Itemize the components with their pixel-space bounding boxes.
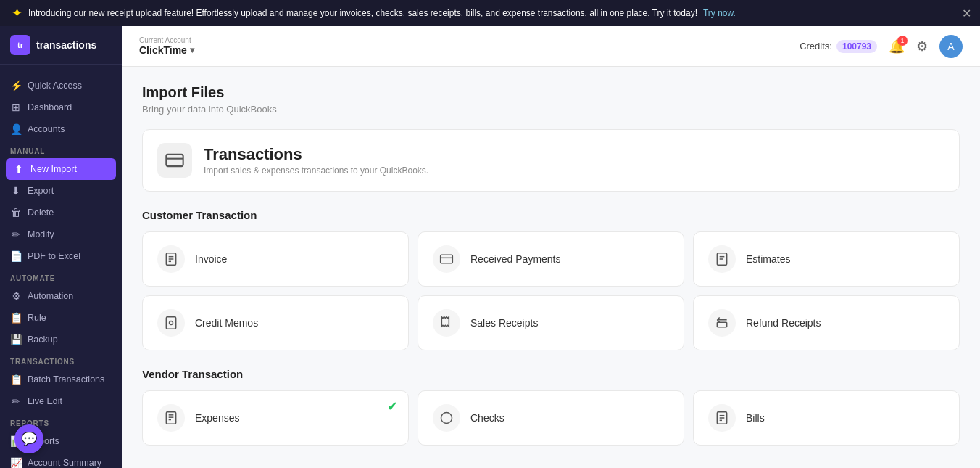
checks-label: Checks: [470, 412, 504, 424]
estimates-card[interactable]: Estimates: [693, 231, 960, 287]
sidebar-item-pdf-to-excel[interactable]: 📄 PDF to Excel: [0, 245, 122, 267]
vendor-transaction-grid: Expenses ✔ Checks: [142, 390, 960, 446]
header-right: Credits: 100793 🔔 1 ⚙ A: [800, 35, 963, 58]
expenses-card[interactable]: Expenses ✔: [142, 390, 409, 446]
sales-receipts-icon: [433, 309, 460, 337]
export-icon: ⬇: [10, 185, 22, 197]
automate-section-label: AUTOMATE: [0, 267, 122, 285]
account-name-button[interactable]: ClickTime ▾: [139, 44, 194, 56]
sidebar-item-label: Export: [28, 186, 54, 196]
sidebar-item-export[interactable]: ⬇ Export: [0, 180, 122, 202]
sidebar-item-batch-transactions[interactable]: 📋 Batch Transactions: [0, 369, 122, 390]
customer-transaction-grid: Invoice Received Payments: [142, 231, 960, 350]
accounts-icon: 👤: [10, 123, 22, 135]
automation-icon: ⚙: [10, 290, 22, 302]
expenses-icon: [157, 404, 185, 432]
manual-section-label: MANUAL: [0, 140, 122, 158]
checks-icon: [433, 404, 460, 432]
credits-label: Credits:: [800, 41, 832, 52]
sidebar-item-label: Modify: [28, 229, 54, 239]
invoice-icon: [157, 245, 185, 273]
sidebar-item-label: Dashboard: [28, 102, 72, 112]
credit-memos-label: Credit Memos: [195, 317, 258, 329]
notifications-button[interactable]: 🔔 1: [889, 38, 905, 54]
sidebar-item-live-edit[interactable]: ✏ Live Edit: [0, 390, 122, 412]
sales-receipts-label: Sales Receipts: [470, 317, 538, 329]
transactions-card-title: Transactions: [204, 145, 428, 164]
sidebar-item-label: Backup: [28, 334, 58, 345]
pdf-icon: 📄: [10, 250, 22, 262]
credit-memos-card[interactable]: Credit Memos: [142, 295, 409, 350]
received-payments-icon: [433, 245, 460, 273]
live-edit-icon: ✏: [10, 395, 22, 407]
reports-section-label: REPORTS: [0, 412, 122, 430]
received-payments-card[interactable]: Received Payments: [418, 231, 684, 287]
svg-rect-11: [166, 317, 175, 329]
quick-access-icon: ⚡: [10, 80, 22, 91]
sidebar-item-modify[interactable]: ✏ Modify: [0, 223, 122, 245]
estimates-label: Estimates: [746, 253, 790, 265]
sidebar: tr transactions ⚡ Quick Access ⊞ Dashboa…: [0, 26, 122, 468]
checks-card[interactable]: Checks: [418, 390, 684, 446]
chevron-down-icon: ▾: [190, 45, 194, 55]
sidebar-item-label: Live Edit: [28, 396, 62, 406]
invoice-card[interactable]: Invoice: [142, 231, 409, 287]
sidebar-item-delete[interactable]: 🗑 Delete: [0, 202, 122, 223]
sidebar-item-label: Accounts: [28, 124, 65, 134]
credit-memos-icon: [157, 309, 185, 337]
batch-icon: 📋: [10, 374, 22, 385]
main-content: Import Files Bring your data into QuickB…: [122, 67, 980, 468]
customer-section-title: Customer Transaction: [142, 209, 960, 221]
sidebar-item-automation[interactable]: ⚙ Automation: [0, 285, 122, 307]
bills-icon: [708, 404, 736, 432]
transactions-card-icon: [157, 143, 192, 178]
logo-icon: tr: [10, 35, 30, 55]
account-selector[interactable]: Current Account ClickTime ▾: [139, 36, 194, 56]
sidebar-item-quick-access[interactable]: ⚡ Quick Access: [0, 75, 122, 97]
sidebar-item-account-summary[interactable]: 📈 Account Summary: [0, 452, 122, 468]
bills-card[interactable]: Bills: [693, 390, 960, 446]
sidebar-item-label: New Import: [30, 164, 77, 174]
banner-link[interactable]: Try now.: [703, 8, 736, 18]
transactions-card-info: Transactions Import sales & expenses tra…: [204, 145, 428, 176]
svg-rect-14: [166, 412, 175, 424]
avatar[interactable]: A: [939, 35, 963, 58]
vendor-section-title: Vendor Transaction: [142, 368, 960, 380]
expenses-label: Expenses: [195, 412, 239, 424]
bills-label: Bills: [746, 412, 765, 424]
svg-point-12: [170, 321, 173, 325]
sidebar-item-new-import[interactable]: ⬆ New Import: [6, 158, 116, 180]
sales-receipts-card[interactable]: Sales Receipts: [418, 295, 684, 350]
chat-button[interactable]: 💬: [14, 424, 43, 453]
banner-text: Introducing our new receipt upload featu…: [28, 8, 697, 18]
sidebar-item-label: Account Summary: [28, 458, 101, 468]
sidebar-item-dashboard[interactable]: ⊞ Dashboard: [0, 97, 122, 118]
refund-receipts-card[interactable]: Refund Receipts: [693, 295, 960, 350]
refund-receipts-label: Refund Receipts: [746, 317, 821, 329]
header: Current Account ClickTime ▾ Credits: 100…: [122, 26, 980, 67]
page-title: Import Files: [142, 84, 960, 101]
rule-icon: 📋: [10, 312, 22, 324]
dashboard-icon: ⊞: [10, 102, 22, 113]
backup-icon: 💾: [10, 334, 22, 345]
transactions-section-label: TRANSACTIONS: [0, 350, 122, 369]
account-name-text: ClickTime: [139, 44, 187, 56]
sidebar-item-label: Delete: [28, 208, 54, 218]
estimates-icon: [708, 245, 736, 273]
account-summary-icon: 📈: [10, 457, 22, 468]
sidebar-item-label: Batch Transactions: [28, 374, 104, 385]
invoice-label: Invoice: [195, 253, 227, 265]
settings-button[interactable]: ⚙: [916, 38, 928, 54]
sidebar-item-rule[interactable]: 📋 Rule: [0, 307, 122, 329]
credits-section: Credits: 100793: [800, 40, 877, 53]
notification-badge: 1: [897, 36, 908, 46]
sidebar-item-label: Automation: [28, 291, 73, 301]
quick-access-section-label: [0, 65, 122, 75]
transactions-card[interactable]: Transactions Import sales & expenses tra…: [142, 129, 960, 192]
sidebar-item-backup[interactable]: 💾 Backup: [0, 329, 122, 350]
close-icon[interactable]: ✕: [962, 7, 971, 20]
expenses-check-icon: ✔: [387, 398, 398, 414]
sidebar-item-accounts[interactable]: 👤 Accounts: [0, 118, 122, 140]
received-payments-label: Received Payments: [470, 253, 561, 265]
new-import-icon: ⬆: [13, 163, 25, 175]
